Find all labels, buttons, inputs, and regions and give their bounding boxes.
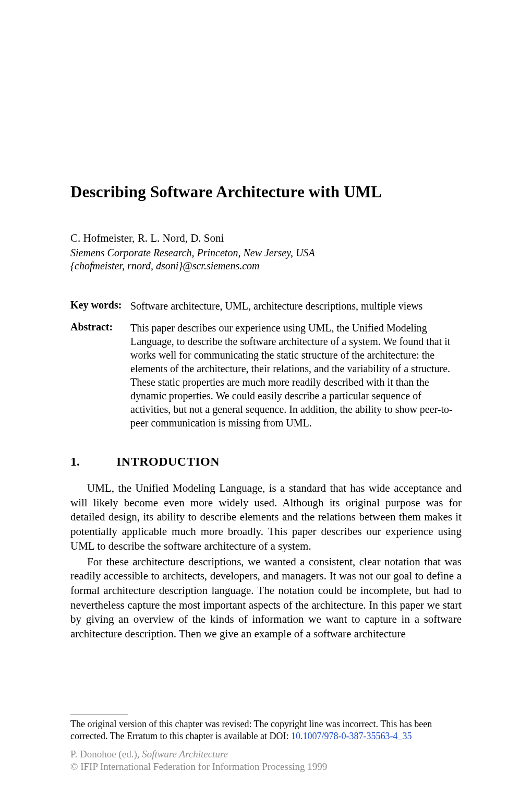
paper-title: Describing Software Architecture with UM…	[70, 183, 462, 201]
keywords-text: Software architecture, UML, architecture…	[130, 299, 462, 313]
keywords-label: Key words:	[70, 299, 130, 311]
editor-line: P. Donohoe (ed.), Software Architecture	[70, 748, 462, 761]
author-emails: {chofmeister, rnord, dsoni}@scr.siemens.…	[70, 260, 462, 272]
book-title: Software Architecture	[142, 749, 228, 759]
section-heading: 1. INTRODUCTION	[70, 455, 462, 469]
abstract-label: Abstract:	[70, 321, 130, 333]
erratum-note: The original version of this chapter was…	[70, 718, 462, 743]
body-paragraph: UML, the Unified Modeling Language, is a…	[70, 481, 462, 554]
page-footer: The original version of this chapter was…	[70, 715, 462, 774]
copyright-line: © IFIP International Federation for Info…	[70, 761, 462, 774]
footnote-rule	[70, 715, 128, 715]
abstract-text: This paper describes our experience usin…	[130, 321, 462, 430]
paper-page: Describing Software Architecture with UM…	[0, 0, 532, 807]
authors: C. Hofmeister, R. L. Nord, D. Soni	[70, 232, 462, 245]
abstract-row: Abstract: This paper describes our exper…	[70, 321, 462, 430]
editor-prefix: P. Donohoe (ed.),	[70, 749, 142, 759]
section-number: 1.	[70, 455, 116, 469]
doi-link[interactable]: 10.1007/978-0-387-35563-4_35	[291, 731, 412, 741]
affiliation: Siemens Corporate Research, Princeton, N…	[70, 247, 462, 259]
keywords-row: Key words: Software architecture, UML, a…	[70, 299, 462, 313]
body-paragraph: For these architecture descriptions, we …	[70, 555, 462, 642]
section-title: INTRODUCTION	[116, 455, 220, 469]
